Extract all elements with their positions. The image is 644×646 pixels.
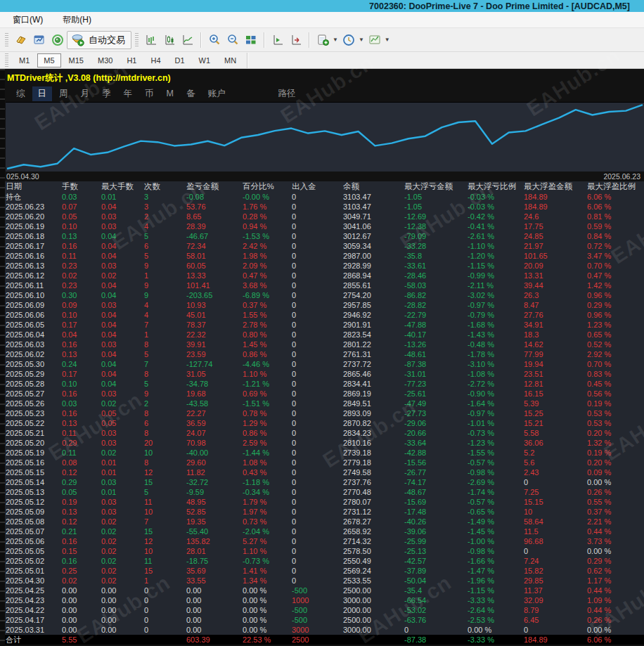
table-row[interactable]: 2025.05.230.160.05822.270.78 %02893.09-2…: [0, 408, 644, 418]
column-header-7[interactable]: 余额: [343, 181, 404, 192]
table-row[interactable]: 2025.05.150.120.011211.820.43 %02749.58-…: [0, 467, 644, 477]
table-row[interactable]: 2025.06.190.100.03428.390.94 %03041.06-1…: [0, 221, 644, 231]
column-header-11[interactable]: 最大浮盈比例: [587, 181, 636, 192]
table-row[interactable]: 2025.06.200.050.0328.650.28 %03049.71-12…: [0, 212, 644, 221]
tab-币[interactable]: 币: [139, 86, 160, 101]
timeframe-h1[interactable]: H1: [120, 53, 143, 67]
tab-path[interactable]: 路径: [272, 86, 301, 101]
candlestick-button[interactable]: [160, 32, 179, 49]
toolbar-grip2[interactable]: [135, 33, 139, 47]
menu-item-0[interactable]: 窗口(W): [13, 14, 53, 26]
timeframe-m5[interactable]: M5: [37, 53, 60, 67]
table-row[interactable]: 2025.05.200.290.032070.982.59 %02810.16-…: [0, 438, 644, 448]
line-chart-button[interactable]: [179, 32, 197, 49]
chevron-down-icon[interactable]: ▼: [333, 37, 338, 43]
signals-button[interactable]: [49, 32, 67, 49]
column-header-0[interactable]: 日期: [6, 181, 62, 192]
table-row[interactable]: 2025.05.160.080.01829.601.08 %02779.18-1…: [0, 458, 644, 467]
periods-button[interactable]: [340, 32, 358, 49]
tile-windows-button[interactable]: [242, 32, 260, 49]
table-row[interactable]: 2025.06.050.170.04778.372.78 %02901.91-4…: [0, 320, 644, 330]
table-row[interactable]: 2025.05.220.130.05636.591.29 %02870.82-2…: [0, 418, 644, 428]
table-row[interactable]: 2025.05.130.050.015-9.59-0.34 %02770.48-…: [0, 487, 644, 497]
chevron-down-icon3[interactable]: ▼: [385, 37, 390, 43]
column-header-1[interactable]: 手数: [62, 181, 101, 192]
timeframe-m1[interactable]: M1: [13, 53, 36, 67]
table-row[interactable]: 2025.04.250.000.0000.000.00 %-5002500.00…: [0, 586, 644, 595]
table-row[interactable]: 2025.06.030.160.03839.911.45 %02801.22-1…: [0, 340, 644, 349]
column-header-3[interactable]: 次数: [144, 181, 186, 192]
table-row[interactable]: 2025.06.020.130.04523.590.86 %02761.31-4…: [0, 349, 644, 359]
table-row[interactable]: 2025.05.300.240.047-127.74-4.46 %02737.7…: [0, 359, 644, 369]
table-row[interactable]: 2025.05.290.170.04831.051.10 %02865.46-3…: [0, 369, 644, 379]
table-row[interactable]: 2025.05.260.030.022-43.58-1.51 %02849.51…: [0, 399, 644, 408]
column-header-9[interactable]: 最大浮亏比例: [468, 181, 524, 192]
table-row[interactable]: 2025.05.080.120.02719.350.73 %02678.27-4…: [0, 517, 644, 527]
column-header-6[interactable]: 出入金: [292, 181, 343, 192]
table-row[interactable]: 2025.06.180.130.045-46.67-1.53 %03012.67…: [0, 231, 644, 241]
new-order-button[interactable]: [12, 32, 30, 49]
tab-备[interactable]: 备: [181, 86, 201, 101]
table-row[interactable]: 2025.06.230.070.04353.761.76 %03103.47-1…: [0, 202, 644, 212]
tab-账户[interactable]: 账户: [202, 86, 231, 101]
table-row[interactable]: 2025.04.220.000.0000.000.00 %-5002000.00…: [0, 605, 644, 615]
table-row[interactable]: 2025.06.110.230.049101.413.68 %02855.61-…: [0, 280, 644, 290]
tab-月[interactable]: 月: [75, 86, 96, 101]
chart-shift-button[interactable]: [269, 32, 287, 49]
table-row[interactable]: 2025.05.070.210.0215-55.40-2.04 %02658.9…: [0, 527, 644, 536]
table-row[interactable]: 2025.06.120.020.02113.330.47 %02868.94-2…: [0, 271, 644, 280]
menu-item-1[interactable]: 帮助(H): [63, 14, 101, 26]
timeframe-h4[interactable]: H4: [144, 53, 167, 67]
zoom-in-button[interactable]: [205, 32, 224, 49]
autotrade-button[interactable]: 自动交易: [67, 31, 131, 49]
table-total-row[interactable]: 合计5.55603.3922.53 %2500-87.38-3.33 %184.…: [0, 635, 644, 645]
tab-年[interactable]: 年: [118, 86, 139, 101]
timeframe-grip[interactable]: [5, 53, 8, 67]
auto-scroll-button[interactable]: [287, 32, 305, 49]
table-row[interactable]: 2025.06.060.100.04445.011.55 %02946.92-2…: [0, 310, 644, 320]
column-header-5[interactable]: 百分比%: [243, 181, 292, 192]
timeframe-m15[interactable]: M15: [63, 53, 90, 67]
table-row[interactable]: 持仓0.030.013-0.08-0.00 %03103.47-1.05-0.0…: [0, 192, 644, 202]
table-row[interactable]: 2025.06.040.040.04122.320.80 %02823.54-4…: [0, 330, 644, 340]
column-header-10[interactable]: 最大浮盈金额: [524, 181, 587, 192]
table-row[interactable]: 2025.06.170.160.04672.342.42 %03059.34-3…: [0, 241, 644, 251]
table-row[interactable]: 2025.05.090.130.031052.851.97 %02731.12-…: [0, 507, 644, 517]
table-row[interactable]: 2025.05.120.190.031148.951.79 %02780.07-…: [0, 497, 644, 507]
table-row[interactable]: 2025.04.170.000.0000.000.00 %-5002500.00…: [0, 615, 644, 625]
tab-季[interactable]: 季: [96, 86, 117, 101]
tab-周[interactable]: 周: [53, 86, 74, 101]
table-row[interactable]: 2025.06.100.300.049-203.65-6.89 %02754.2…: [0, 290, 644, 300]
timeframe-mn[interactable]: MN: [218, 53, 243, 67]
table-row[interactable]: 2025.06.130.230.03960.052.09 %02928.99-3…: [0, 261, 644, 271]
column-header-2[interactable]: 最大手数: [101, 181, 144, 192]
chevron-down-icon2[interactable]: ▼: [359, 37, 364, 43]
table-row[interactable]: 2025.05.280.100.045-34.78-1.21 %02834.41…: [0, 379, 644, 389]
table-row[interactable]: 2025.04.230.000.0000.000.00 %10003000.00…: [0, 595, 644, 605]
tab-日[interactable]: 日: [32, 86, 53, 101]
zoom-out-button[interactable]: [224, 32, 242, 49]
table-row[interactable]: 2025.05.210.110.03824.070.86 %02834.23-2…: [0, 428, 644, 438]
timeframe-w1[interactable]: W1: [193, 53, 217, 67]
table-row[interactable]: 2025.06.090.090.03410.930.37 %02957.85-2…: [0, 300, 644, 310]
table-row[interactable]: 2025.05.010.250.021535.691.41 %02569.24-…: [0, 566, 644, 576]
table-row[interactable]: 2025.05.140.290.0315-32.72-1.18 %02737.7…: [0, 477, 644, 487]
templates-button[interactable]: [366, 32, 384, 49]
toolbar-grip[interactable]: [5, 33, 8, 47]
market-watch-button[interactable]: [30, 32, 49, 49]
column-header-8[interactable]: 最大浮亏金额: [404, 181, 468, 192]
table-row[interactable]: 2025.05.050.150.021028.011.10 %02578.50-…: [0, 546, 644, 556]
timeframe-d1[interactable]: D1: [169, 53, 191, 67]
table-row[interactable]: 2025.05.190.110.0210-40.00-1.44 %02739.1…: [0, 448, 644, 458]
timeframe-m30[interactable]: M30: [91, 53, 119, 67]
column-header-4[interactable]: 盈亏金额: [186, 181, 243, 192]
new-chart-button[interactable]: [314, 32, 332, 49]
table-row[interactable]: 2025.05.060.160.0212135.825.27 %02714.32…: [0, 536, 644, 546]
table-row[interactable]: 2025.03.310.000.0000.000.00 %30003000.00…: [0, 625, 644, 635]
table-row[interactable]: 2025.06.160.110.04558.011.98 %02987.00-3…: [0, 251, 644, 261]
table-row[interactable]: 2025.05.270.160.03919.680.69 %02869.19-2…: [0, 389, 644, 399]
bar-chart-button[interactable]: [142, 32, 160, 49]
tab-综[interactable]: 综: [11, 86, 31, 101]
table-row[interactable]: 2025.05.020.160.0211-18.75-0.73 %02550.4…: [0, 556, 644, 566]
table-row[interactable]: 2025.04.300.020.02133.551.34 %02533.55-5…: [0, 576, 644, 586]
